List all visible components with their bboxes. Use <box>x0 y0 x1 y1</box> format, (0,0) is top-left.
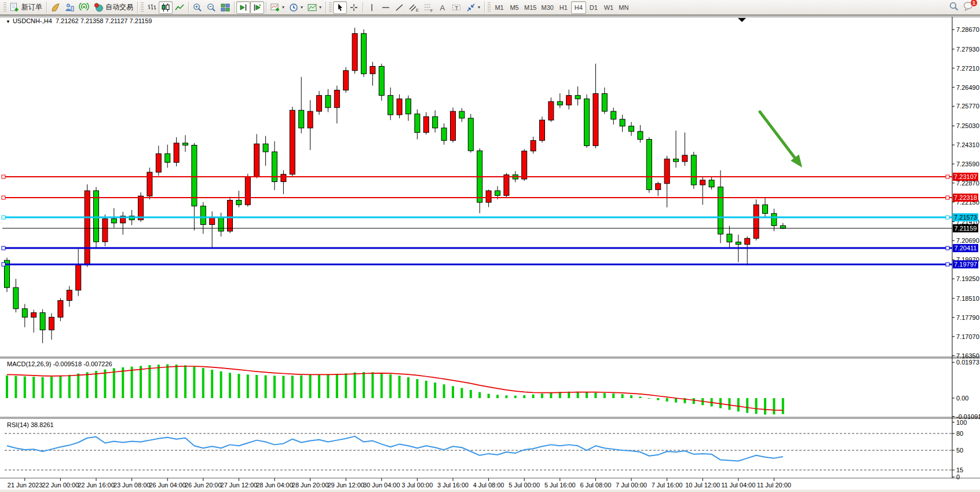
time-tick-label: 11 Jul 20:00 <box>757 482 791 489</box>
candle <box>103 218 108 242</box>
text-button[interactable]: A <box>436 1 449 14</box>
candle <box>174 143 179 162</box>
price-tick-label: 7.19250 <box>956 275 979 282</box>
toolbar-grip[interactable] <box>329 2 332 13</box>
candle <box>218 217 224 231</box>
price-tick-label: 7.23590 <box>956 161 979 167</box>
trendline-button[interactable] <box>393 1 407 14</box>
toolbar-grip[interactable] <box>141 2 144 13</box>
candle <box>459 111 465 118</box>
candles <box>5 28 786 343</box>
candle <box>754 205 759 238</box>
candle <box>745 238 750 245</box>
symbol-dropdown-icon[interactable]: ▼ <box>6 19 10 24</box>
zoom-out-button[interactable] <box>204 1 218 14</box>
mt4-terminal-window: 新订单 自动交易 <box>0 0 980 492</box>
time-tick-label: 28 Jun 04:00 <box>256 482 293 489</box>
rsi-label: RSI(14) 38.8261 <box>7 421 54 428</box>
candle <box>522 151 527 179</box>
fibonacci-icon: F <box>423 3 433 12</box>
timeframe-m5-button[interactable]: M5 <box>507 1 522 14</box>
candle <box>700 180 705 185</box>
crosshair-icon <box>349 3 359 12</box>
chart-title: ▼USDCNH-,H4 7.21262 7.21358 7.21127 7.21… <box>6 17 152 24</box>
timeframe-h4-button[interactable]: H4 <box>571 1 586 14</box>
rsi-tick-label: 50 <box>956 447 963 454</box>
candle <box>433 116 438 128</box>
annotation-arrow[interactable] <box>760 112 802 167</box>
candle <box>343 71 349 90</box>
timeframe-w1-button[interactable]: W1 <box>601 1 616 14</box>
line-chart-button[interactable] <box>173 1 187 14</box>
time-axis: 21 Jun 202322 Jun 00:0022 Jun 16:0023 Ju… <box>8 478 791 489</box>
candle <box>718 187 723 234</box>
market-watch-button[interactable] <box>63 1 76 14</box>
chart-window[interactable]: 7.286707.279307.272107.264907.257707.250… <box>0 15 980 490</box>
timeframe-m15-button[interactable]: M15 <box>522 1 539 14</box>
time-tick-label: 29 Jun 12:00 <box>327 482 364 489</box>
svg-text:A: A <box>440 3 445 12</box>
text-label-button[interactable]: T <box>449 1 464 14</box>
candle <box>638 132 643 140</box>
time-tick-label: 23 Jun 08:00 <box>114 482 151 489</box>
chart-menu-arrow-icon[interactable] <box>738 18 746 22</box>
candle <box>691 155 696 185</box>
timeframe-d1-button[interactable]: D1 <box>586 1 601 14</box>
equidistant-channel-button[interactable]: E <box>407 1 421 14</box>
candle <box>620 119 625 126</box>
cursor-button[interactable] <box>333 1 347 14</box>
crosshair-button[interactable] <box>347 1 361 14</box>
macd-tick-label: 0.01973 <box>956 359 979 366</box>
horizontal-line-button[interactable] <box>379 1 393 14</box>
candle <box>370 66 375 74</box>
candle <box>317 96 322 111</box>
bar-chart-button[interactable] <box>145 1 159 14</box>
candlestick-chart-button[interactable] <box>159 1 173 14</box>
arrows-button[interactable]: ▾ <box>464 1 482 14</box>
new-order-button[interactable]: 新订单 <box>8 1 45 14</box>
search-button[interactable] <box>949 1 959 14</box>
templates-button[interactable]: ▾ <box>305 1 324 14</box>
candle <box>397 99 402 115</box>
signals-button[interactable] <box>76 1 92 14</box>
auto-trading-button[interactable]: 自动交易 <box>92 1 136 14</box>
toolbar-grip[interactable] <box>488 2 491 13</box>
candle <box>727 234 732 242</box>
fibonacci-button[interactable]: F <box>421 1 436 14</box>
indicators-button[interactable]: ▾ <box>268 1 287 14</box>
candle <box>22 309 27 318</box>
profile-button[interactable] <box>49 1 63 14</box>
periods-button[interactable]: ▾ <box>287 1 305 14</box>
vertical-line-button[interactable] <box>365 1 379 14</box>
timeframe-m30-button[interactable]: M30 <box>539 1 555 14</box>
price-axis: 7.286707.279307.272107.264907.257707.250… <box>952 26 979 359</box>
timeframe-m1-button[interactable]: M1 <box>492 1 507 14</box>
zoom-in-button[interactable] <box>191 1 204 14</box>
timeframe-h1-button[interactable]: H1 <box>556 1 571 14</box>
chart-canvas[interactable]: 7.286707.279307.272107.264907.257707.250… <box>0 16 980 490</box>
timeframe-mn-button[interactable]: MN <box>616 1 631 14</box>
candle <box>584 99 590 146</box>
time-tick-label: 5 Jul 00:00 <box>509 482 540 489</box>
auto-scroll-button[interactable] <box>236 1 250 14</box>
candle <box>388 96 393 115</box>
candle <box>379 66 384 95</box>
tile-windows-button[interactable] <box>218 1 232 14</box>
rsi-tick-label: 0 <box>956 473 960 480</box>
candle <box>423 116 429 132</box>
toolbar-grip[interactable] <box>3 2 6 13</box>
chevron-down-icon: ▾ <box>319 5 321 10</box>
candle <box>709 180 714 187</box>
candle <box>629 126 634 132</box>
candle <box>504 175 509 196</box>
candle <box>156 154 161 172</box>
toolbar: 新订单 自动交易 <box>0 0 980 15</box>
notifications-button[interactable]: 1 <box>963 1 974 13</box>
price-tick-label: 7.17070 <box>956 333 979 340</box>
price-tick-label: 7.17790 <box>956 314 979 321</box>
candle <box>468 118 473 151</box>
candle <box>486 191 491 202</box>
time-tick-label: 26 Jun 04:00 <box>149 482 186 489</box>
chart-shift-button[interactable] <box>250 1 264 14</box>
rsi-tick-label: 100 <box>956 419 967 426</box>
